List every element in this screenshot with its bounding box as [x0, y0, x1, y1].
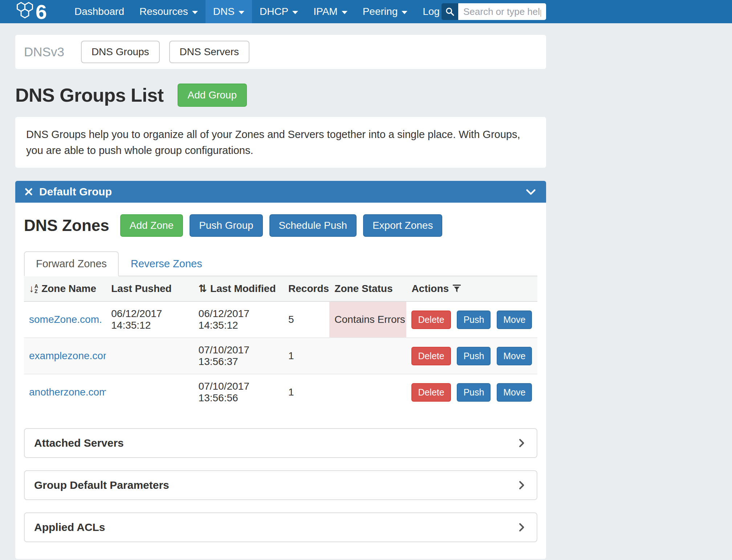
nav-item-label: DHCP	[260, 6, 288, 17]
move-button[interactable]: Move	[497, 347, 532, 365]
chevron-right-icon	[516, 437, 527, 449]
section-label: Group Default Parameters	[34, 479, 169, 491]
column-header-records: Records	[283, 276, 329, 301]
actions-cell: Delete Push Move Check	[406, 338, 537, 374]
group-panel-header[interactable]: Default Group	[15, 181, 546, 203]
zone-link[interactable]: someZone.com.	[29, 314, 102, 325]
section-label: Applied ACLs	[34, 521, 105, 533]
page-title: DNS Groups List	[15, 84, 164, 106]
zone-link[interactable]: examplezone.com.	[29, 350, 106, 361]
table-row: anotherzone.com. 07/10/2017 13:56:56 1 D…	[24, 374, 537, 410]
table-row: someZone.com. 06/12/2017 14:35:12 06/12/…	[24, 301, 537, 338]
dns-servers-button[interactable]: DNS Servers	[169, 41, 249, 63]
delete-button[interactable]: Delete	[411, 383, 451, 402]
default-group-panel: Default Group DNS Zones Add Zone Push Gr…	[15, 181, 546, 559]
nav-item-dashboard[interactable]: Dashboard	[67, 0, 132, 23]
chevron-right-icon	[516, 479, 527, 491]
description-text: DNS Groups help you to organize all of y…	[26, 129, 520, 156]
section-group-default-parameters[interactable]: Group Default Parameters	[24, 470, 537, 500]
last-modified-cell: 07/10/2017 13:56:37	[194, 338, 283, 374]
column-header-zone-status: Zone Status	[329, 276, 406, 301]
nav-item-dhcp[interactable]: DHCP	[252, 0, 306, 23]
nav-item-ipam[interactable]: IPAM	[306, 0, 355, 23]
tab-reverse-zones[interactable]: Reverse Zones	[119, 251, 214, 276]
dns-zones-heading: DNS Zones	[24, 216, 109, 235]
nav-item-peering[interactable]: Peering	[355, 0, 415, 23]
group-title: Default Group	[39, 186, 112, 198]
dns-subnav-panel: DNSv3 DNS Groups DNS Servers	[15, 35, 546, 69]
schedule-push-button[interactable]: Schedule Push	[269, 214, 357, 237]
add-group-button[interactable]: Add Group	[178, 84, 247, 107]
app-logo[interactable]: 6	[15, 0, 67, 23]
last-pushed-cell: 06/12/2017 14:35:12	[106, 301, 193, 338]
zone-status-cell: Contains Errors	[329, 301, 406, 338]
search-input[interactable]	[458, 3, 546, 20]
actions-cell: Delete Push Move Check	[406, 301, 537, 338]
column-header-actions: Actions	[406, 276, 537, 301]
last-modified-cell: 07/10/2017 13:56:56	[194, 374, 283, 410]
actions-cell: Delete Push Move Check	[406, 374, 537, 410]
table-row: examplezone.com. 07/10/2017 13:56:37 1 D…	[24, 338, 537, 374]
move-button[interactable]: Move	[497, 383, 532, 402]
chevron-down-icon	[524, 185, 537, 198]
top-navbar: 6 Dashboard Resources DNS DHCP IPAM Peer…	[0, 0, 732, 23]
nav-item-resources[interactable]: Resources	[132, 0, 206, 23]
section-label: Attached Servers	[34, 437, 124, 449]
sort-icon: ⇅	[199, 284, 207, 294]
table-header-row: ↓ AZ Zone Name Last Pushed ⇅	[24, 276, 537, 301]
brand-number: 6	[36, 1, 47, 22]
description-panel: DNS Groups help you to organize all of y…	[15, 117, 546, 168]
close-icon[interactable]	[24, 187, 33, 196]
zone-link[interactable]: anotherzone.com.	[29, 386, 106, 398]
filter-icon[interactable]	[452, 284, 461, 293]
records-cell: 1	[283, 374, 329, 410]
tab-forward-zones[interactable]: Forward Zones	[24, 251, 119, 276]
sort-alpha-icon: ↓ AZ	[29, 284, 38, 294]
push-group-button[interactable]: Push Group	[190, 214, 263, 237]
push-button[interactable]: Push	[457, 311, 491, 329]
nav-item-label: IPAM	[313, 6, 337, 17]
column-header-zone-name[interactable]: ↓ AZ Zone Name	[24, 276, 106, 301]
column-header-last-modified[interactable]: ⇅ Last Modified	[194, 276, 283, 301]
records-cell: 1	[283, 338, 329, 374]
subnav-title: DNSv3	[24, 45, 64, 59]
section-attached-servers[interactable]: Attached Servers	[24, 428, 537, 458]
zones-table: ↓ AZ Zone Name Last Pushed ⇅	[24, 276, 537, 410]
last-pushed-cell	[106, 338, 193, 374]
delete-button[interactable]: Delete	[411, 347, 451, 365]
nav-item-dns[interactable]: DNS	[206, 0, 252, 23]
nav-item-label: Resources	[139, 6, 188, 17]
chevron-down-icon	[239, 11, 244, 14]
push-button[interactable]: Push	[457, 347, 491, 365]
records-cell: 5	[283, 301, 329, 338]
chevron-down-icon	[342, 11, 347, 14]
dns-groups-button[interactable]: DNS Groups	[81, 41, 160, 63]
last-pushed-cell	[106, 374, 193, 410]
chevron-down-icon	[192, 11, 198, 14]
chevron-down-icon	[402, 11, 407, 14]
search-icon	[445, 7, 455, 17]
delete-button[interactable]: Delete	[411, 311, 451, 329]
add-zone-button[interactable]: Add Zone	[120, 214, 183, 237]
last-modified-cell: 06/12/2017 14:35:12	[194, 301, 283, 338]
group-panel-body: DNS Zones Add Zone Push Group Schedule P…	[15, 203, 546, 559]
column-header-last-pushed: Last Pushed	[106, 276, 193, 301]
collapse-toggle[interactable]	[524, 185, 537, 198]
zones-tabbar: Forward Zones Reverse Zones	[24, 251, 537, 276]
nav-item-label: DNS	[213, 6, 235, 17]
nav-item-label: Peering	[363, 6, 398, 17]
move-button[interactable]: Move	[497, 311, 532, 329]
zone-status-cell	[329, 374, 406, 410]
chevron-down-icon	[292, 11, 298, 14]
search-button[interactable]	[442, 3, 458, 20]
export-zones-button[interactable]: Export Zones	[363, 214, 443, 237]
zone-status-cell	[329, 338, 406, 374]
global-search	[442, 3, 546, 20]
chevron-right-icon	[516, 522, 527, 533]
hexagon-logo-icon: 6	[15, 1, 56, 22]
nav-item-label: Dashboard	[74, 6, 124, 17]
section-applied-acls[interactable]: Applied ACLs	[24, 512, 537, 542]
nav-item-label: Log	[423, 6, 440, 17]
push-button[interactable]: Push	[457, 383, 491, 402]
